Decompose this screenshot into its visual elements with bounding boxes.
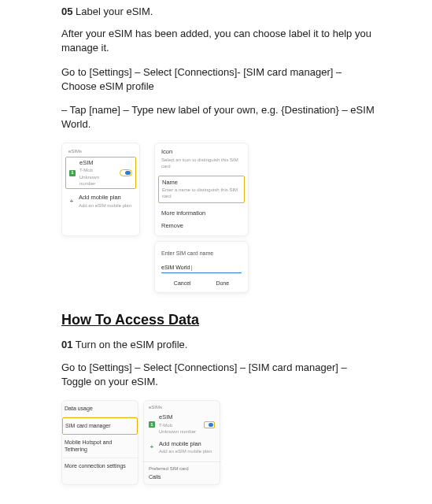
sim-index-icon-2: 1 [149,421,155,428]
add-plan-sub-2: Add an eSIM mobile plan [159,448,212,454]
plus-icon-2: + [149,443,155,452]
done-button[interactable]: Done [216,280,229,287]
screenshot-toggle-esim: Data usage SIM card manager Mobile Hotsp… [61,400,375,485]
sim-manager-panel: eSIMs 1 eSIM T-Mob Unknown number + Add … [61,143,140,236]
para-goto-3: Go to [Settings] – Select [Connections] … [61,361,375,389]
conn-hotspot[interactable]: Mobile Hotspot and Tethering [62,435,138,459]
esim-row-sub1: T-Mob [79,167,116,173]
conn-sim-manager[interactable]: SIM card manager [62,417,138,435]
add-mobile-plan[interactable]: + Add mobile plan Add an eSIM mobile pla… [68,191,133,212]
esim-detail-panel: Icon Select an icon to distinguish this … [154,143,249,236]
icon-row-label: Icon [161,148,242,157]
rename-dialog: Enter SIM card name eSIM World Cancel Do… [154,241,249,293]
esim-toggle[interactable] [120,169,132,176]
plus-icon: + [68,198,75,206]
add-mobile-plan-2[interactable]: + Add mobile plan Add an eSIM mobile pla… [149,437,215,458]
name-row-label: Name [162,179,241,187]
para-goto-2: – Tap [name] – Type new label of your ow… [61,103,375,132]
remove-row[interactable]: Remove [161,222,242,231]
step-01-num: 01 [61,339,72,350]
esim-row-sub1-2: T-Mob [159,422,200,428]
name-row-sub: Enter a name to distinguish this SIM car… [162,187,241,200]
more-info-row[interactable]: More information [161,209,242,218]
para-after-add: After your eSIM has been added, you can … [61,27,375,55]
rename-input[interactable]: eSIM World [161,262,242,274]
esims-header-2: eSIMs [149,404,215,410]
icon-row-sub: Select an icon to distinguish this SIM c… [161,157,242,170]
heading-access-data: How To Access Data [61,310,375,330]
step-05: 05 Label your eSIM. [61,5,375,19]
conn-data-usage[interactable]: Data usage [62,401,138,417]
add-plan-label-2: Add mobile plan [159,440,212,449]
dialog-title: Enter SIM card name [161,250,242,258]
esim-row-title: eSIM [79,159,116,168]
add-plan-sub: Add an eSIM mobile plan [79,202,131,209]
calls-row[interactable]: Calls [149,472,215,481]
step-05-num: 05 [61,6,72,17]
screenshot-label-esim: eSIMs 1 eSIM T-Mob Unknown number + Add … [61,143,375,293]
esim-row-sub2-2: Unknown number [159,428,200,435]
preferred-sim-label: Preferred SIM card [149,465,215,472]
esim-toggle-2[interactable] [204,421,215,428]
add-plan-label: Add mobile plan [79,194,131,202]
conn-more[interactable]: More connection settings [62,458,138,474]
esim-row-sub2: Unknown number [79,174,116,187]
esim-row-title-2: eSIM [159,413,200,422]
step-01-title: Turn on the eSIM profile. [76,339,188,350]
step-05-title: Label your eSIM. [76,6,153,17]
esims-header: eSIMs [68,148,133,154]
cancel-button[interactable]: Cancel [174,280,191,287]
para-goto-1: Go to [Settings] – Select [Connections]-… [61,65,375,94]
step-01: 01 Turn on the eSIM profile. [61,338,375,352]
sim-index-icon: 1 [69,170,76,176]
